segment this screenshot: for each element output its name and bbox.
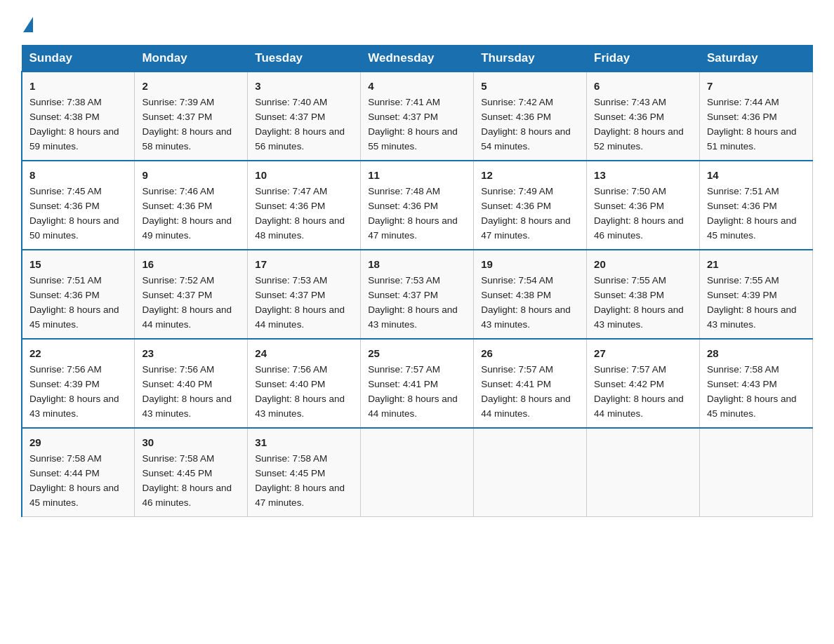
calendar-body: 1Sunrise: 7:38 AMSunset: 4:38 PMDaylight…	[22, 72, 813, 516]
calendar-cell: 9Sunrise: 7:46 AMSunset: 4:36 PMDaylight…	[135, 161, 248, 250]
calendar-cell: 14Sunrise: 7:51 AMSunset: 4:36 PMDayligh…	[700, 161, 813, 250]
daylight-text: Daylight: 8 hours and 59 minutes.	[29, 126, 119, 152]
daylight-text: Daylight: 8 hours and 45 minutes.	[29, 483, 119, 508]
header-cell-friday: Friday	[587, 46, 700, 72]
sunset-text: Sunset: 4:36 PM	[142, 201, 212, 211]
day-number: 10	[255, 167, 353, 183]
calendar-table: SundayMondayTuesdayWednesdayThursdayFrid…	[21, 45, 813, 517]
daylight-text: Daylight: 8 hours and 58 minutes.	[142, 126, 232, 152]
day-number: 7	[707, 78, 805, 94]
sunrise-text: Sunrise: 7:56 AM	[255, 364, 327, 375]
calendar-cell: 17Sunrise: 7:53 AMSunset: 4:37 PMDayligh…	[248, 250, 361, 339]
calendar-cell: 4Sunrise: 7:41 AMSunset: 4:37 PMDaylight…	[361, 72, 474, 161]
sunrise-text: Sunrise: 7:48 AM	[368, 186, 440, 196]
sunrise-text: Sunrise: 7:47 AM	[255, 186, 327, 196]
sunrise-text: Sunrise: 7:43 AM	[594, 97, 666, 107]
sunset-text: Sunset: 4:37 PM	[255, 290, 325, 300]
daylight-text: Daylight: 8 hours and 44 minutes.	[481, 394, 571, 419]
daylight-text: Daylight: 8 hours and 54 minutes.	[481, 126, 571, 152]
daylight-text: Daylight: 8 hours and 47 minutes.	[481, 215, 571, 241]
daylight-text: Daylight: 8 hours and 52 minutes.	[594, 126, 684, 152]
calendar-cell: 27Sunrise: 7:57 AMSunset: 4:42 PMDayligh…	[587, 339, 700, 428]
calendar-week-row: 15Sunrise: 7:51 AMSunset: 4:36 PMDayligh…	[22, 250, 813, 339]
sunset-text: Sunset: 4:36 PM	[594, 112, 664, 122]
sunset-text: Sunset: 4:36 PM	[481, 112, 551, 122]
sunrise-text: Sunrise: 7:53 AM	[368, 275, 440, 286]
sunset-text: Sunset: 4:45 PM	[255, 468, 325, 478]
day-number: 24	[255, 345, 353, 361]
daylight-text: Daylight: 8 hours and 45 minutes.	[29, 304, 119, 330]
calendar-week-row: 1Sunrise: 7:38 AMSunset: 4:38 PMDaylight…	[22, 72, 813, 161]
day-number: 15	[29, 256, 127, 272]
sunset-text: Sunset: 4:39 PM	[29, 379, 100, 389]
sunset-text: Sunset: 4:37 PM	[142, 290, 212, 300]
day-number: 5	[481, 78, 579, 94]
calendar-cell: 24Sunrise: 7:56 AMSunset: 4:40 PMDayligh…	[248, 339, 361, 428]
daylight-text: Daylight: 8 hours and 43 minutes.	[481, 304, 571, 330]
sunrise-text: Sunrise: 7:46 AM	[142, 186, 214, 196]
day-number: 1	[29, 78, 127, 94]
calendar-cell: 23Sunrise: 7:56 AMSunset: 4:40 PMDayligh…	[135, 339, 248, 428]
sunrise-text: Sunrise: 7:58 AM	[255, 453, 327, 464]
daylight-text: Daylight: 8 hours and 45 minutes.	[707, 394, 797, 419]
header-cell-sunday: Sunday	[22, 46, 135, 72]
sunrise-text: Sunrise: 7:53 AM	[255, 275, 327, 286]
day-number: 14	[707, 167, 805, 183]
logo	[21, 14, 33, 32]
calendar-cell: 22Sunrise: 7:56 AMSunset: 4:39 PMDayligh…	[22, 339, 135, 428]
day-number: 19	[481, 256, 579, 272]
sunset-text: Sunset: 4:36 PM	[707, 112, 777, 122]
sunset-text: Sunset: 4:36 PM	[594, 201, 664, 211]
day-number: 11	[368, 167, 466, 183]
sunset-text: Sunset: 4:41 PM	[481, 379, 551, 389]
daylight-text: Daylight: 8 hours and 46 minutes.	[142, 483, 232, 508]
calendar-header: SundayMondayTuesdayWednesdayThursdayFrid…	[22, 46, 813, 72]
sunset-text: Sunset: 4:38 PM	[29, 112, 100, 122]
daylight-text: Daylight: 8 hours and 49 minutes.	[142, 215, 232, 241]
sunset-text: Sunset: 4:37 PM	[142, 112, 212, 122]
calendar-cell: 19Sunrise: 7:54 AMSunset: 4:38 PMDayligh…	[474, 250, 587, 339]
header-cell-thursday: Thursday	[474, 46, 587, 72]
day-number: 4	[368, 78, 466, 94]
daylight-text: Daylight: 8 hours and 56 minutes.	[255, 126, 345, 152]
logo-triangle-icon	[23, 17, 33, 32]
sunrise-text: Sunrise: 7:58 AM	[142, 453, 214, 464]
sunset-text: Sunset: 4:36 PM	[29, 201, 100, 211]
daylight-text: Daylight: 8 hours and 47 minutes.	[368, 215, 458, 241]
sunset-text: Sunset: 4:45 PM	[142, 468, 212, 478]
sunrise-text: Sunrise: 7:51 AM	[29, 275, 102, 286]
daylight-text: Daylight: 8 hours and 48 minutes.	[255, 215, 345, 241]
sunset-text: Sunset: 4:36 PM	[481, 201, 551, 211]
daylight-text: Daylight: 8 hours and 51 minutes.	[707, 126, 797, 152]
sunrise-text: Sunrise: 7:54 AM	[481, 275, 553, 286]
sunrise-text: Sunrise: 7:55 AM	[707, 275, 779, 286]
sunrise-text: Sunrise: 7:57 AM	[594, 364, 666, 375]
calendar-cell: 7Sunrise: 7:44 AMSunset: 4:36 PMDaylight…	[700, 72, 813, 161]
sunset-text: Sunset: 4:44 PM	[29, 468, 100, 478]
calendar-cell: 18Sunrise: 7:53 AMSunset: 4:37 PMDayligh…	[361, 250, 474, 339]
day-number: 13	[594, 167, 692, 183]
daylight-text: Daylight: 8 hours and 43 minutes.	[707, 304, 797, 330]
calendar-cell: 3Sunrise: 7:40 AMSunset: 4:37 PMDaylight…	[248, 72, 361, 161]
calendar-cell	[474, 428, 587, 516]
calendar-cell: 16Sunrise: 7:52 AMSunset: 4:37 PMDayligh…	[135, 250, 248, 339]
sunrise-text: Sunrise: 7:57 AM	[481, 364, 553, 375]
day-number: 2	[142, 78, 240, 94]
day-number: 21	[707, 256, 805, 272]
sunset-text: Sunset: 4:37 PM	[255, 112, 325, 122]
sunset-text: Sunset: 4:36 PM	[255, 201, 325, 211]
calendar-cell	[700, 428, 813, 516]
calendar-cell: 31Sunrise: 7:58 AMSunset: 4:45 PMDayligh…	[248, 428, 361, 516]
sunset-text: Sunset: 4:36 PM	[29, 290, 100, 300]
calendar-cell: 11Sunrise: 7:48 AMSunset: 4:36 PMDayligh…	[361, 161, 474, 250]
calendar-cell: 13Sunrise: 7:50 AMSunset: 4:36 PMDayligh…	[587, 161, 700, 250]
calendar-cell: 6Sunrise: 7:43 AMSunset: 4:36 PMDaylight…	[587, 72, 700, 161]
page-header	[21, 14, 813, 32]
day-number: 9	[142, 167, 240, 183]
sunset-text: Sunset: 4:39 PM	[707, 290, 777, 300]
header-row: SundayMondayTuesdayWednesdayThursdayFrid…	[22, 46, 813, 72]
daylight-text: Daylight: 8 hours and 44 minutes.	[594, 394, 684, 419]
day-number: 26	[481, 345, 579, 361]
sunset-text: Sunset: 4:36 PM	[368, 201, 438, 211]
sunrise-text: Sunrise: 7:44 AM	[707, 97, 779, 107]
